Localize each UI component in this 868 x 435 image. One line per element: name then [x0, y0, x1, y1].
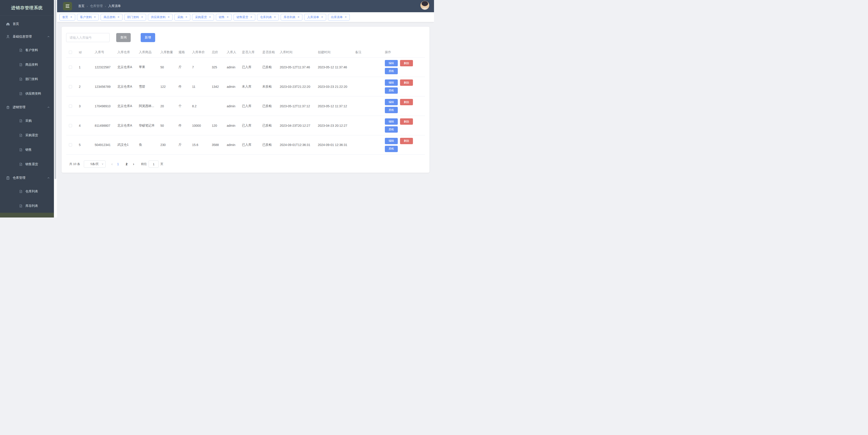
app-title: 进销存管理系统	[0, 0, 54, 16]
close-icon[interactable]: ✕	[227, 15, 229, 19]
chevron-up-icon	[47, 106, 50, 109]
sidebar-item-suppliers[interactable]: 供应商资料	[0, 87, 54, 101]
qc-button[interactable]: 质检	[385, 107, 398, 113]
close-icon[interactable]: ✕	[250, 15, 252, 19]
edit-button[interactable]: 编辑	[385, 119, 398, 125]
tab-inbound-list[interactable]: 入库清单✕	[304, 14, 326, 21]
tab-purchase-return[interactable]: 采购退货✕	[192, 14, 214, 21]
page-number-1[interactable]: 1	[115, 162, 121, 166]
cell-qc-status: 已质检	[259, 65, 277, 69]
sidebar-group-trade[interactable]: 进销管理	[0, 101, 54, 113]
close-icon[interactable]: ✕	[141, 15, 143, 19]
tab-products[interactable]: 商品资料✕	[100, 14, 122, 21]
cell-total: 120	[209, 124, 224, 127]
sidebar-item-products[interactable]: 商品资料	[0, 58, 54, 72]
inbound-list-card: 查询 新增 Id 入库号 入库仓库 入库商品 入库数量 规格 入库单价 总价 入…	[62, 27, 430, 173]
scrollbar-thumb[interactable]	[55, 0, 56, 179]
page-size-value: 5条/页	[90, 162, 99, 166]
sidebar-item-sales-return[interactable]: 销售退货	[0, 157, 54, 172]
tab-departments[interactable]: 部门资料✕	[124, 14, 146, 21]
qc-button[interactable]: 质检	[385, 126, 398, 133]
sidebar-item-stock-list[interactable]: 库存列表	[0, 199, 54, 213]
sidebar-item-customers[interactable]: 客户资料	[0, 43, 54, 58]
sidebar-item-warehouse-list[interactable]: 仓库列表	[0, 184, 54, 199]
shopping-bag-icon	[6, 105, 10, 109]
sidebar-item-purchase-return[interactable]: 采购退货	[0, 128, 54, 142]
document-icon	[19, 77, 23, 81]
add-button[interactable]: 新增	[141, 33, 155, 42]
tab-outbound-list[interactable]: 出库清单✕	[328, 14, 350, 21]
search-input[interactable]	[66, 33, 110, 42]
goto-page-input[interactable]	[149, 161, 159, 168]
row-checkbox[interactable]	[69, 66, 72, 69]
breadcrumb-warehouse[interactable]: 仓库管理	[90, 4, 103, 8]
sidebar-group-warehouse[interactable]: 仓库管理	[0, 172, 54, 184]
row-checkbox[interactable]	[69, 143, 72, 146]
sidebar-active-item-partial[interactable]	[0, 213, 54, 218]
close-icon[interactable]: ✕	[274, 15, 276, 19]
cell-total: 3588	[209, 143, 224, 147]
collapse-menu-button[interactable]	[63, 2, 72, 10]
close-icon[interactable]: ✕	[209, 15, 211, 19]
cell-warehouse: 北京仓库A	[115, 124, 136, 128]
qc-button[interactable]: 质检	[385, 68, 398, 74]
tab-warehouse-list[interactable]: 仓库列表✕	[257, 14, 279, 21]
sidebar-item-departments[interactable]: 部门资料	[0, 72, 54, 87]
delete-button[interactable]: 删除	[400, 119, 413, 125]
delete-button[interactable]: 删除	[400, 138, 413, 144]
close-icon[interactable]: ✕	[117, 15, 119, 19]
close-icon[interactable]: ✕	[70, 15, 72, 19]
sidebar-item-sales[interactable]: 销售	[0, 142, 54, 157]
prev-page-button[interactable]: ‹	[112, 162, 113, 166]
user-avatar[interactable]	[421, 1, 429, 10]
tab-label: 仓库列表	[260, 15, 272, 19]
close-icon[interactable]: ✕	[321, 15, 323, 19]
qc-button[interactable]: 质检	[385, 87, 398, 94]
tab-purchase[interactable]: 采购✕	[175, 14, 190, 21]
tab-sales-return[interactable]: 销售退货✕	[234, 14, 255, 21]
page-size-select[interactable]: 5条/页 ∨	[84, 161, 105, 168]
col-header: 入库号	[92, 50, 115, 54]
breadcrumb-home[interactable]: 首页	[78, 4, 85, 8]
cell-inbound-status: 已入库	[239, 104, 259, 108]
delete-button[interactable]: 删除	[400, 60, 413, 66]
row-checkbox[interactable]	[69, 85, 72, 88]
edit-button[interactable]: 编辑	[385, 99, 398, 105]
sidebar-item-home[interactable]: 首页	[0, 18, 54, 30]
cell-warehouse: 武汉仓1	[115, 143, 136, 147]
tab-suppliers[interactable]: 供应商资料✕	[148, 14, 173, 21]
edit-button[interactable]: 编辑	[385, 60, 398, 66]
close-icon[interactable]: ✕	[94, 15, 96, 19]
cell-qc-status: 已质检	[259, 124, 277, 128]
tab-home[interactable]: 首页✕	[59, 14, 75, 21]
tab-customers[interactable]: 客户资料✕	[77, 14, 99, 21]
row-checkbox[interactable]	[69, 124, 72, 127]
sidebar-item-purchase[interactable]: 采购	[0, 113, 54, 128]
page-number-2[interactable]: 2	[123, 162, 130, 166]
tab-sales[interactable]: 销售✕	[216, 14, 232, 21]
cell-quantity: 50	[158, 124, 176, 127]
cell-warehouse: 北京仓库A	[115, 85, 136, 89]
qc-button[interactable]: 质检	[385, 146, 398, 152]
delete-button[interactable]: 删除	[400, 79, 413, 86]
hamburger-icon	[65, 4, 69, 8]
delete-button[interactable]: 删除	[400, 99, 413, 105]
query-button[interactable]: 查询	[116, 33, 131, 42]
close-icon[interactable]: ✕	[345, 15, 347, 19]
col-header: 创建时间	[315, 50, 352, 54]
user-icon	[6, 35, 10, 39]
row-checkbox[interactable]	[69, 105, 72, 108]
tab-label: 采购	[177, 15, 183, 19]
cell-created-time: 2023-05-12 11:37:12	[315, 104, 352, 108]
select-all-checkbox[interactable]	[69, 51, 72, 54]
tab-stock-list[interactable]: 库存列表✕	[281, 14, 302, 21]
sidebar-item-label: 销售退货	[25, 162, 38, 166]
cell-unit: 件	[176, 124, 189, 128]
close-icon[interactable]: ✕	[185, 15, 187, 19]
next-page-button[interactable]: ›	[133, 162, 134, 166]
edit-button[interactable]: 编辑	[385, 79, 398, 86]
edit-button[interactable]: 编辑	[385, 138, 398, 144]
close-icon[interactable]: ✕	[167, 15, 170, 19]
sidebar-group-base-info[interactable]: 基础信息管理	[0, 30, 54, 43]
close-icon[interactable]: ✕	[298, 15, 300, 19]
